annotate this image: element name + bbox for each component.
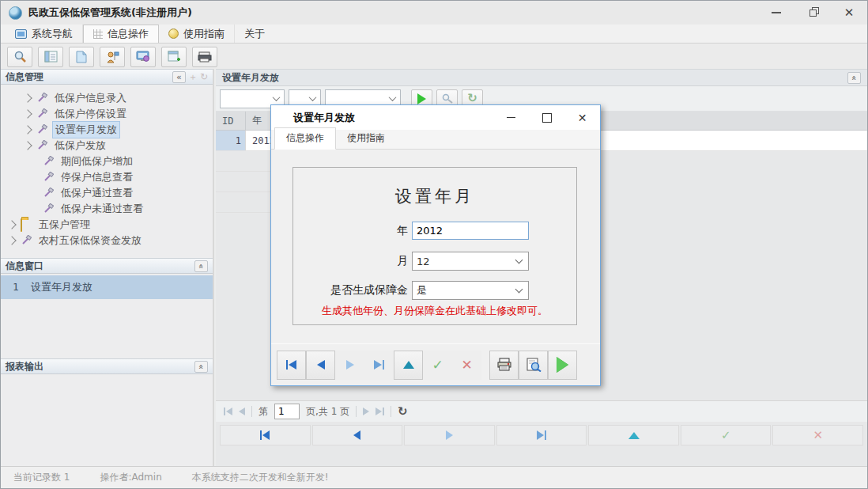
column-header-id[interactable]: ID: [216, 112, 246, 130]
tree-item-stop-setting[interactable]: 低保户停保设置: [1, 106, 213, 122]
first-page-icon[interactable]: [224, 408, 232, 415]
printer-button[interactable]: [192, 47, 217, 67]
main-toolbar: [1, 44, 867, 69]
reload-icon[interactable]: ↻: [398, 406, 408, 418]
content-title: 设置年月发放: [222, 71, 279, 85]
restore-button[interactable]: [794, 1, 831, 25]
tool-icon: [36, 124, 48, 135]
generate-guarantee-value: 是: [417, 283, 427, 298]
tree-item-label: 停保户信息查看: [58, 169, 135, 185]
dialog-title-bar: 设置年月发放 ✕: [271, 105, 600, 130]
dialog-minimize-button[interactable]: [493, 105, 529, 130]
cancel-button[interactable]: ✕: [772, 425, 863, 445]
menu-system-nav[interactable]: 系统导航: [6, 25, 83, 43]
page-prefix-label: 第: [259, 405, 268, 419]
tree-item-label: 农村五保低保资金发放: [36, 233, 144, 248]
month-select[interactable]: 12: [412, 252, 529, 271]
tool-icon: [36, 93, 48, 104]
nav-prev-button[interactable]: [312, 425, 403, 445]
tree-item-dibao-entry[interactable]: 低保户信息录入: [1, 90, 213, 106]
menu-about[interactable]: 关于: [235, 25, 274, 43]
panel-title: 信息窗口: [6, 260, 43, 273]
generate-guarantee-select[interactable]: 是: [412, 281, 529, 300]
tree-item-dibao-issue[interactable]: 低保户发放: [1, 138, 213, 154]
monitor-button[interactable]: [130, 47, 156, 67]
tool-icon: [36, 140, 48, 151]
tool-icon: [43, 172, 55, 183]
refresh-icon[interactable]: ↻: [200, 72, 208, 82]
add-window-button[interactable]: [161, 47, 187, 67]
close-button[interactable]: ✕: [831, 1, 867, 25]
prev-page-icon[interactable]: [239, 408, 245, 415]
expand-arrow-icon[interactable]: [23, 93, 32, 102]
dialog-tab-user-guide[interactable]: 使用指南: [336, 128, 396, 149]
collapse-chevron-icon[interactable]: «: [194, 361, 208, 373]
set-year-month-dialog: 设置年月发放 ✕ 信息操作 使用指南 设置年月 年 月 12: [270, 104, 601, 386]
year-input[interactable]: [412, 222, 529, 240]
nav-next-button[interactable]: [404, 425, 495, 445]
tree-item-label: 低保户停保设置: [52, 106, 129, 122]
tree-item-stop-view[interactable]: 停保户信息查看: [1, 169, 213, 185]
nav-first-button[interactable]: [220, 425, 311, 445]
dialog-print-button[interactable]: [489, 351, 519, 380]
item-index: 1: [1, 282, 31, 293]
dialog-next-record-button[interactable]: [335, 351, 364, 380]
dialog-confirm-button[interactable]: ✓: [423, 351, 452, 380]
dialog-maximize-button[interactable]: [529, 105, 564, 130]
grid-empty-rows: [216, 151, 276, 213]
expand-arrow-icon[interactable]: [7, 220, 16, 229]
content-header: 设置年月发放 «: [216, 69, 867, 86]
dialog-cancel-button[interactable]: ✕: [452, 351, 481, 380]
record-count-label: 当前记录数 1: [13, 471, 70, 484]
menu-bar: 系统导航 信息操作 使用指南 关于: [1, 25, 867, 44]
next-page-icon[interactable]: [363, 408, 369, 415]
expand-arrow-icon[interactable]: [7, 236, 16, 244]
cell-id[interactable]: 1: [216, 131, 246, 150]
info-window-header: 信息窗口 «: [1, 258, 213, 274]
printer-icon: [198, 51, 212, 63]
confirm-button[interactable]: ✓: [681, 425, 772, 445]
nav-last-button[interactable]: [496, 425, 587, 445]
dialog-first-record-button[interactable]: [277, 351, 306, 380]
collapse-chevron-icon[interactable]: «: [194, 260, 208, 272]
menu-label: 信息操作: [108, 27, 149, 41]
refresh-icon: ↻: [467, 93, 477, 104]
tool-icon: [43, 203, 55, 214]
collapse-chevron-icon[interactable]: «: [847, 72, 861, 84]
tree-item-set-year-month[interactable]: 设置年月发放: [1, 122, 213, 138]
tree-item-not-passed-view[interactable]: 低保户未通过查看: [1, 201, 213, 217]
dialog-up-button[interactable]: [394, 351, 423, 380]
document-button[interactable]: [69, 47, 94, 67]
info-window-item[interactable]: 1 设置年月发放: [1, 275, 213, 299]
dialog-last-record-button[interactable]: [364, 351, 394, 380]
grid-icon: [93, 29, 103, 39]
dialog-prev-record-button[interactable]: [306, 351, 335, 380]
dialog-tab-info-operation[interactable]: 信息操作: [274, 127, 336, 150]
page-number-input[interactable]: [274, 404, 300, 419]
dialog-execute-button[interactable]: [548, 351, 577, 380]
menu-user-guide[interactable]: 使用指南: [159, 25, 235, 43]
dialog-close-button[interactable]: ✕: [564, 105, 600, 130]
collapse-panel-icon[interactable]: «: [172, 71, 186, 83]
expand-arrow-icon[interactable]: [23, 125, 32, 134]
nav-up-button[interactable]: [588, 425, 679, 445]
tree-item-label: 低保户信息录入: [52, 90, 129, 106]
add-icon[interactable]: ＋: [188, 72, 198, 82]
chevron-down-icon: [515, 286, 523, 294]
tree-item-rural-funds[interactable]: 农村五保低保资金发放: [1, 233, 213, 248]
search-view-button[interactable]: [7, 47, 32, 67]
dialog-print-preview-button[interactable]: [519, 351, 548, 380]
menu-label: 关于: [244, 27, 265, 41]
tree-item-wubao-mgmt[interactable]: 五保户管理: [1, 217, 213, 233]
menu-info-operation[interactable]: 信息操作: [83, 25, 159, 43]
expand-arrow-icon[interactable]: [23, 109, 32, 118]
last-page-icon[interactable]: [376, 408, 384, 415]
info-mgmt-header: 信息管理 « ＋ ↻: [1, 69, 213, 85]
tree-item-passed-view[interactable]: 低保户通过查看: [1, 185, 213, 201]
expand-arrow-icon[interactable]: [23, 141, 32, 150]
minimize-button[interactable]: [758, 1, 794, 25]
system-nav-icon: [15, 29, 27, 39]
user-button[interactable]: [100, 47, 125, 67]
tree-item-period-add[interactable]: 期间低保户增加: [1, 154, 213, 169]
table-list-button[interactable]: [38, 47, 63, 67]
